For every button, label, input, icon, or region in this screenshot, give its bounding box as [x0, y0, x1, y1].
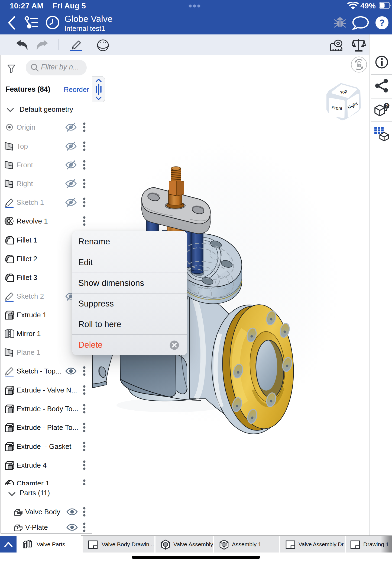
svg-text:?: ?: [379, 18, 385, 28]
svg-text:?: ?: [385, 104, 388, 108]
